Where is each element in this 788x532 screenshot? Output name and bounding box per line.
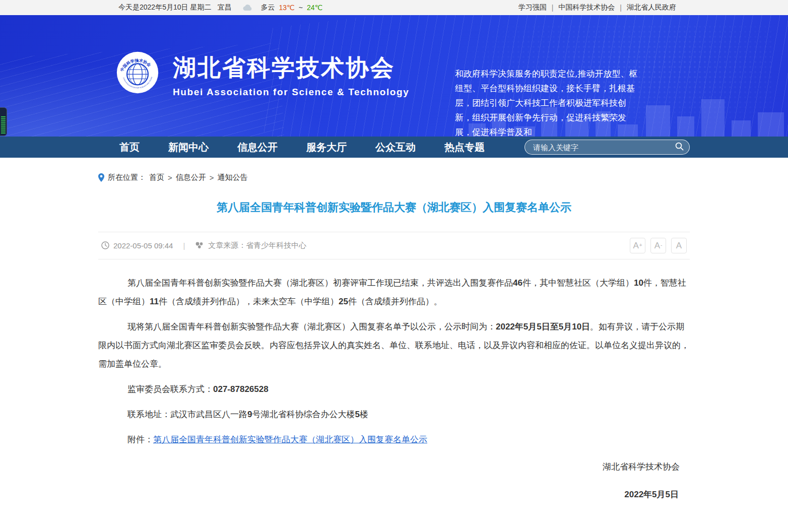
topbar-link-separator: | xyxy=(552,4,554,12)
search-input[interactable] xyxy=(524,140,690,155)
breadcrumb-items: 首页>信息公开>通知公告 xyxy=(146,173,251,182)
paragraph-text: 附件： xyxy=(127,435,153,444)
paragraph-text: 件（含成绩并列作品），未来太空车（中学组） xyxy=(159,297,339,306)
temp-tilde: ~ xyxy=(299,4,303,12)
font-decrease-button[interactable]: A- xyxy=(650,238,666,253)
page: 今天是2022年5月10日 星期二 宜昌 多云 13℃ ~ 24℃ 学习强国|中… xyxy=(0,0,788,532)
topbar-link-1[interactable]: 中国科学技术协会 xyxy=(558,3,615,12)
signature-date: 2022年5月5日 xyxy=(98,489,690,500)
city-name: 宜昌 xyxy=(217,3,231,12)
topbar-link-separator: | xyxy=(620,4,622,12)
main-navbar: 首页新闻中心信息公开服务大厅公众互动热点专题 xyxy=(0,137,788,158)
brand-block: 湖北省科学技术协会 Hubei Association for Science … xyxy=(173,51,409,98)
temp-low: 13℃ xyxy=(279,4,294,12)
bold-text: 2022年5月5日至5月10日 xyxy=(496,322,590,331)
article-title: 第八届全国青年科普创新实验暨作品大赛（湖北赛区）入围复赛名单公示 xyxy=(98,201,690,215)
header-slogan: 和政府科学决策服务的职责定位,推动开放型、枢纽型、平台型科协组织建设，接长手臂，… xyxy=(455,66,642,137)
header-inner: 中国科学技术协会 CHINA ASSOCIATION FOR SCIENCE A… xyxy=(98,15,690,137)
article-paragraph-2: 监审委员会联系方式：027-87826528 xyxy=(98,380,690,398)
bold-text: 46 xyxy=(513,278,522,288)
article-paragraph-4: 附件：第八届全国青年科普创新实验暨作品大赛（湖北赛区）入围复赛名单公示 xyxy=(98,430,690,449)
breadcrumb-label: 所在位置： xyxy=(108,173,146,182)
article-meta-bar: 2022-05-05 09:44 | 文章来源： 省青少年科技中心 A+A-A xyxy=(98,232,690,259)
temp-high: 24℃ xyxy=(307,4,322,12)
source-icon xyxy=(195,241,204,249)
signature-org: 湖北省科学技术协会 xyxy=(98,461,690,473)
nav-item-4[interactable]: 公众互动 xyxy=(375,141,416,154)
org-name: 湖北省科学技术协会 xyxy=(173,55,409,80)
bold-text: 027-87826528 xyxy=(213,384,269,394)
bold-text: 5 xyxy=(355,410,359,419)
search-icon xyxy=(675,142,684,152)
paragraph-text: 楼 xyxy=(360,410,368,419)
weather-cloud-icon xyxy=(242,4,253,11)
today-date-text: 今天是2022年5月10日 星期二 xyxy=(118,3,211,12)
search-button[interactable] xyxy=(674,141,685,153)
nav-item-3[interactable]: 服务大厅 xyxy=(306,141,347,154)
site-header: 中国科学技术协会 CHINA ASSOCIATION FOR SCIENCE A… xyxy=(0,15,788,137)
topbar-link-2[interactable]: 湖北省人民政府 xyxy=(627,3,676,12)
attachment-link[interactable]: 第八届全国青年科普创新实验暨作品大赛（湖北赛区）入围复赛名单公示 xyxy=(153,435,427,444)
breadcrumb-separator: > xyxy=(168,173,172,182)
top-utility-bar: 今天是2022年5月10日 星期二 宜昌 多云 13℃ ~ 24℃ 学习强国|中… xyxy=(0,0,788,15)
paragraph-text: 号湖北省科协综合办公大楼 xyxy=(252,410,355,419)
bold-text: 10 xyxy=(634,278,643,288)
cast-logo[interactable]: 中国科学技术协会 CHINA ASSOCIATION FOR SCIENCE A… xyxy=(116,51,159,96)
nav-item-0[interactable]: 首页 xyxy=(119,141,140,154)
paragraph-text: 件（含成绩并列作品）。 xyxy=(348,297,442,306)
clock-icon xyxy=(101,241,109,249)
org-name-english: Hubei Association for Science & Technolo… xyxy=(173,87,409,98)
nav-item-1[interactable]: 新闻中心 xyxy=(168,141,209,154)
nav-item-2[interactable]: 信息公开 xyxy=(237,141,278,154)
font-size-buttons: A+A-A xyxy=(630,238,687,253)
font-reset-button[interactable]: A xyxy=(671,238,687,253)
topbar-link-0[interactable]: 学习强国 xyxy=(518,3,547,12)
publish-date: 2022-05-05 09:44 xyxy=(113,241,173,250)
article-paragraph-0: 第八届全国青年科普创新实验暨作品大赛（湖北赛区）初赛评审工作现已结束，共评选出入… xyxy=(98,274,690,311)
paragraph-text: 联系地址：武汉市武昌区八一路 xyxy=(127,410,247,419)
article-paragraph-3: 联系地址：武汉市武昌区八一路9号湖北省科协综合办公大楼5楼 xyxy=(98,405,690,424)
article-body: 第八届全国青年科普创新实验暨作品大赛（湖北赛区）初赛评审工作现已结束，共评选出入… xyxy=(98,274,690,449)
breadcrumb-item-0[interactable]: 首页 xyxy=(149,173,164,182)
bold-text: 25 xyxy=(339,297,348,306)
nav-items: 首页新闻中心信息公开服务大厅公众互动热点专题 xyxy=(119,141,513,154)
article-paragraph-1: 现将第八届全国青年科普创新实验暨作品大赛（湖北赛区）入围复赛名单予以公示，公示时… xyxy=(98,317,690,373)
topbar-weather-area: 今天是2022年5月10日 星期二 宜昌 多云 13℃ ~ 24℃ xyxy=(118,3,322,12)
topbar-links: 学习强国|中国科学技术协会|湖北省人民政府 xyxy=(518,3,676,12)
source-label: 文章来源： xyxy=(208,241,246,250)
breadcrumb-separator: > xyxy=(210,173,214,182)
paragraph-text: 件，其中智慧社区（大学组） xyxy=(522,278,634,288)
breadcrumb: 所在位置： 首页>信息公开>通知公告 xyxy=(98,173,690,182)
meta-divider: | xyxy=(183,241,185,250)
search-box xyxy=(524,140,690,155)
nav-item-5[interactable]: 热点专题 xyxy=(444,141,485,154)
breadcrumb-item-2[interactable]: 通知公告 xyxy=(218,173,248,182)
location-pin-icon xyxy=(98,173,104,182)
breadcrumb-item-1[interactable]: 信息公开 xyxy=(176,173,206,182)
bold-text: 11 xyxy=(150,297,159,306)
source-name: 省青少年科技中心 xyxy=(246,241,306,250)
weather-text: 多云 xyxy=(260,3,275,12)
paragraph-text: 现将第八届全国青年科普创新实验暨作品大赛（湖北赛区）入围复赛名单予以公示，公示时… xyxy=(127,322,496,331)
paragraph-text: 监审委员会联系方式： xyxy=(127,384,213,394)
left-edge-widget[interactable] xyxy=(0,107,7,136)
paragraph-text: 第八届全国青年科普创新实验暨作品大赛（湖北赛区）初赛评审工作现已结束，共评选出入… xyxy=(127,278,513,288)
main-content: 所在位置： 首页>信息公开>通知公告 第八届全国青年科普创新实验暨作品大赛（湖北… xyxy=(98,158,690,500)
font-increase-button[interactable]: A+ xyxy=(630,238,645,253)
navbar-inner: 首页新闻中心信息公开服务大厅公众互动热点专题 xyxy=(98,137,690,158)
